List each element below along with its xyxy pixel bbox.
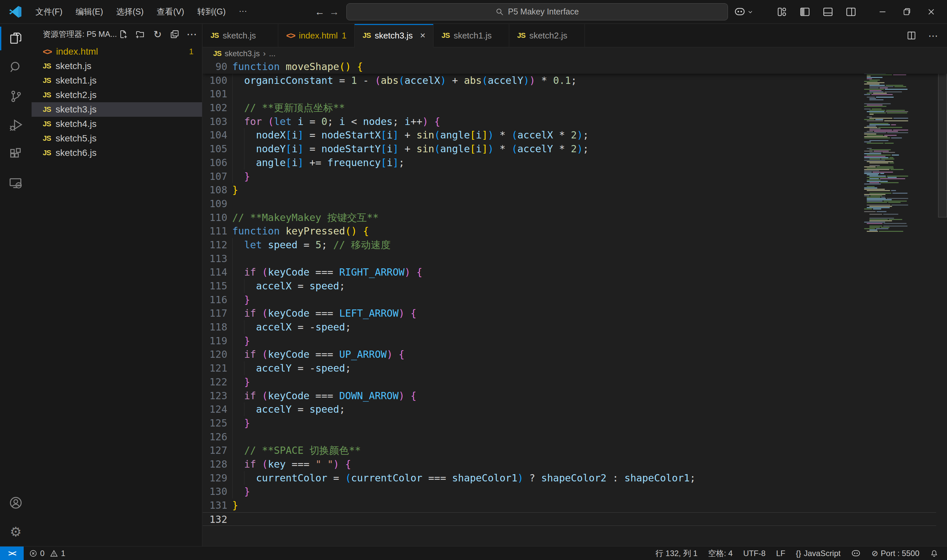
line-number[interactable]: 120 [203,348,227,362]
line-number[interactable]: 102 [203,101,227,115]
toggle-sidebar-icon[interactable] [798,5,811,18]
cursor-position[interactable]: 行 132, 列 1 [650,548,703,559]
breadcrumb-file[interactable]: sketch3.js [225,49,260,58]
code-line[interactable]: 105 nodeY[i] = nodeStartY[i] + sin(angle… [203,142,936,156]
code-line[interactable]: 104 nodeX[i] = nodeStartX[i] + sin(angle… [203,128,936,142]
breadcrumb[interactable]: JS sketch3.js › ... [203,47,947,60]
line-number[interactable]: 110 [203,211,227,225]
line-number[interactable]: 118 [203,320,227,334]
code-line[interactable]: 118 accelX = -speed; [203,320,936,334]
line-number[interactable]: 106 [203,156,227,170]
code-line[interactable]: 130 } [203,485,936,498]
settings-gear-icon[interactable]: ⚙ [0,517,32,546]
code-line[interactable]: 101 [203,87,936,101]
editor-more-actions-icon[interactable]: ⋯ [927,29,940,42]
line-number[interactable]: 122 [203,375,227,389]
scrollbar-slider[interactable] [938,60,947,217]
toggle-panel-icon[interactable] [821,5,835,18]
tab-sketch.js[interactable]: JSsketch.js [203,24,278,47]
line-number[interactable]: 90 [203,60,227,74]
toggle-secondary-sidebar-icon[interactable] [844,5,858,18]
restore-icon[interactable] [900,5,913,18]
line-number[interactable]: 125 [203,416,227,430]
run-debug-icon[interactable] [0,111,32,140]
code-line[interactable]: 110// **MakeyMakey 按键交互** [203,211,936,225]
line-number[interactable]: 108 [203,183,227,197]
code-line[interactable]: 112 let speed = 5; // 移动速度 [203,238,936,252]
code-line[interactable]: 121 accelY = -speed; [203,362,936,375]
line-number[interactable]: 128 [203,457,227,471]
file-item-sketch4.js[interactable]: JSsketch4.js [32,117,202,131]
code-line[interactable]: 126 [203,430,936,444]
line-number[interactable]: 105 [203,142,227,156]
command-center-search[interactable]: P5 Makey Interface [346,3,728,20]
line-number[interactable]: 129 [203,471,227,485]
code-line[interactable]: 124 accelY = speed; [203,403,936,416]
line-number[interactable]: 112 [203,238,227,252]
line-number[interactable]: 124 [203,403,227,416]
code-line[interactable]: 100 organicConstant = 1 - (abs(accelX) +… [203,74,936,88]
code-line[interactable]: 127 // **SPACE 切换颜色** [203,444,936,457]
code-line[interactable]: 90function moveShape() { [203,60,936,74]
line-number[interactable]: 113 [203,252,227,266]
tab-sketch1.js[interactable]: JSsketch1.js [434,24,509,47]
line-number[interactable]: 127 [203,444,227,457]
extensions-icon[interactable] [0,140,32,169]
explorer-icon[interactable] [0,24,32,53]
code-line[interactable]: 115 accelX = speed; [203,279,936,293]
code-line[interactable]: 108} [203,183,936,197]
remote-explorer-icon[interactable] [0,169,32,198]
sticky-scroll-line[interactable]: 90function moveShape() { [203,60,947,74]
menu-item[interactable]: 转到(G) [192,4,231,19]
file-item-sketch3.js[interactable]: JSsketch3.js [32,102,202,117]
split-editor-icon[interactable] [905,29,918,42]
code-line[interactable]: 113 [203,252,936,266]
code-line[interactable]: 123 if (keyCode === DOWN_ARROW) { [203,389,936,403]
line-number[interactable]: 130 [203,485,227,498]
code-line[interactable]: 120 if (keyCode === UP_ARROW) { [203,348,936,362]
indentation[interactable]: 空格: 4 [703,548,738,559]
code-line[interactable]: 125 } [203,416,936,430]
code-editor[interactable]: 90function moveShape() { 100 organicCons… [203,60,947,546]
code-line[interactable]: 128 if (key === " ") { [203,457,936,471]
line-number[interactable]: 119 [203,334,227,348]
new-folder-icon[interactable] [135,29,146,40]
line-number[interactable]: 117 [203,306,227,320]
copilot-button[interactable] [734,7,753,17]
line-number[interactable]: 126 [203,430,227,444]
minimap[interactable] [864,60,908,244]
source-control-icon[interactable] [0,82,32,111]
minimize-icon[interactable] [876,5,889,18]
nav-back-button[interactable]: ← [315,6,325,17]
line-number[interactable]: 121 [203,362,227,375]
language-mode[interactable]: {} JavaScript [790,549,846,558]
new-file-icon[interactable] [118,29,129,40]
tab-sketch3.js[interactable]: JSsketch3.js× [354,24,434,47]
breadcrumb-more[interactable]: ... [269,49,276,58]
line-number[interactable]: 132 [203,513,227,526]
code-line[interactable]: 107 } [203,170,936,183]
notifications-bell[interactable] [925,549,944,558]
file-item-sketch2.js[interactable]: JSsketch2.js [32,88,202,102]
line-number[interactable]: 116 [203,293,227,307]
code-line[interactable]: 122 } [203,375,936,389]
file-item-sketch.js[interactable]: JSsketch.js [32,59,202,73]
problems-status[interactable]: 0 1 [24,546,71,560]
code-line[interactable]: 129 currentColor = (currentColor === sha… [203,471,936,485]
customize-layout-icon[interactable] [775,5,788,18]
file-item-sketch1.js[interactable]: JSsketch1.js [32,73,202,88]
nav-forward-button[interactable]: → [329,6,339,17]
line-number[interactable]: 100 [203,74,227,88]
line-number[interactable]: 131 [203,498,227,512]
code-line[interactable]: 114 if (keyCode === RIGHT_ARROW) { [203,265,936,279]
line-number[interactable]: 123 [203,389,227,403]
menu-item[interactable]: 文件(F) [30,4,68,19]
live-server-port[interactable]: ⊘ Port : 5500 [866,549,925,558]
code-line[interactable]: 109 [203,197,936,211]
file-item-sketch6.js[interactable]: JSsketch6.js [32,146,202,160]
line-number[interactable]: 101 [203,87,227,101]
line-number[interactable]: 114 [203,265,227,279]
encoding[interactable]: UTF-8 [738,549,771,558]
file-item-sketch5.js[interactable]: JSsketch5.js [32,131,202,146]
line-number[interactable]: 115 [203,279,227,293]
